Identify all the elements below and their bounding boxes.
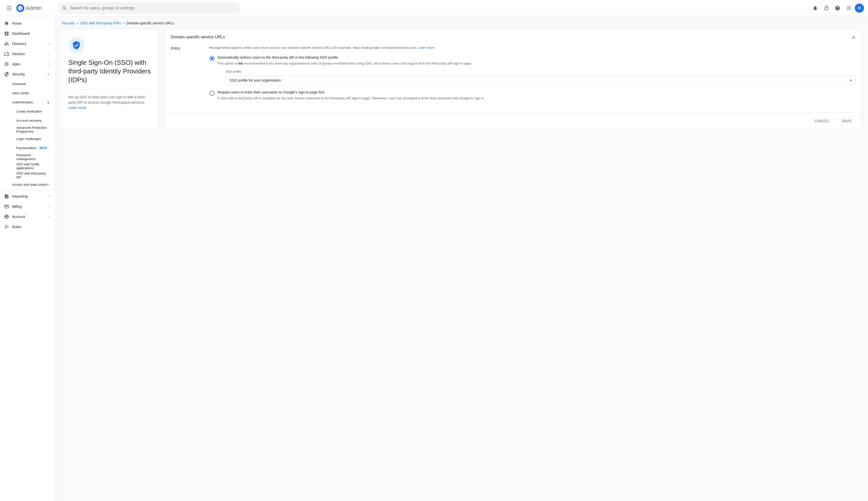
- main-layout: Home Dashboard Directory › Devices ›: [0, 16, 868, 501]
- info-card-learn-more[interactable]: Learn more: [68, 106, 87, 110]
- sidebar-item-advanced-protection[interactable]: Advanced Protection Programme: [0, 125, 54, 134]
- account-icon: [4, 214, 9, 219]
- info-card-title: Single Sign-On (SSO) with third-party Id…: [68, 58, 152, 84]
- hamburger-icon: [7, 6, 11, 10]
- sidebar-billing-label: Billing: [12, 204, 22, 209]
- home-icon: [4, 21, 9, 26]
- sidebar-item-security[interactable]: Security ∨: [0, 69, 54, 79]
- access-chevron-icon: ›: [48, 183, 50, 186]
- sidebar-password-management-label: Password management: [16, 153, 50, 161]
- reporting-icon: [4, 194, 9, 199]
- sidebar-item-sso-third-party[interactable]: SSO with third-party IdP: [0, 171, 54, 180]
- sidebar-item-directory[interactable]: Directory ›: [0, 39, 54, 49]
- topbar-right: M: [810, 3, 864, 13]
- sidebar-rules-label: Rules: [12, 225, 21, 229]
- timer-button[interactable]: [821, 3, 832, 13]
- apps-grid-button[interactable]: [844, 3, 854, 13]
- sidebar-item-authentication[interactable]: Authentication ∨: [0, 98, 54, 107]
- section-header[interactable]: Domain-specific service URLs ∧: [165, 29, 862, 45]
- sso-profile-value: SSO profile for your organisation: [229, 78, 281, 82]
- account-chevron-icon: ›: [48, 215, 50, 218]
- help-button[interactable]: [833, 3, 843, 13]
- security-chevron-icon: ∨: [47, 72, 50, 76]
- page-body: Single Sign-On (SSO) with third-party Id…: [56, 29, 868, 136]
- sidebar-item-billing[interactable]: Billing ›: [0, 202, 54, 212]
- logo-area: Admin: [16, 4, 42, 12]
- policy-desc-text: Manage what happens when users try to ac…: [209, 46, 417, 50]
- sidebar-item-devices[interactable]: Devices ›: [0, 49, 54, 59]
- content-area: Security › SSO with third-party IDPs › D…: [56, 16, 868, 501]
- sidebar-item-overview[interactable]: Overview: [0, 79, 54, 88]
- policy-label: Policy: [171, 45, 201, 106]
- radio-auto-redirect[interactable]: Automatically redirect users to the thir…: [209, 55, 856, 85]
- sidebar-item-dashboard[interactable]: Dashboard: [0, 29, 54, 39]
- app-name: Admin: [26, 5, 42, 11]
- sidebar-item-home[interactable]: Home: [0, 18, 54, 29]
- breadcrumb-sso[interactable]: SSO with third-party IDPs: [80, 21, 121, 25]
- dashboard-icon: [4, 31, 9, 36]
- sidebar-item-account[interactable]: Account ›: [0, 212, 54, 222]
- sidebar-item-password-management[interactable]: Password management: [0, 152, 54, 162]
- radio-require-username-title: Require users to enter their username on…: [218, 90, 856, 94]
- google-logo: [16, 4, 24, 12]
- help-icon: [835, 6, 840, 11]
- search-bar[interactable]: [58, 2, 241, 14]
- notifications-button[interactable]: [810, 3, 820, 13]
- sidebar-reporting-label: Reporting: [12, 194, 28, 199]
- info-card-description: Set up SSO so that users can sign in wit…: [68, 95, 152, 110]
- sso-card-icon: [68, 37, 85, 53]
- policy-learn-more[interactable]: Learn more: [418, 46, 435, 50]
- sidebar-item-reporting[interactable]: Reporting ›: [0, 191, 54, 202]
- topbar-left: Admin: [4, 3, 55, 13]
- sidebar-item-login-challenges[interactable]: Login challenges: [0, 134, 54, 143]
- beta-badge: BETA: [38, 146, 48, 150]
- sidebar-item-2step[interactable]: 2-step verification: [0, 107, 54, 116]
- bell-icon: [812, 6, 818, 11]
- timer-icon: [824, 6, 829, 11]
- radio-auto-redirect-btn[interactable]: [209, 56, 215, 61]
- sidebar-item-apps[interactable]: Apps ›: [0, 59, 54, 69]
- radio-auto-redirect-title: Automatically redirect users to the thir…: [218, 55, 856, 60]
- grid-icon: [846, 6, 851, 11]
- search-input[interactable]: [70, 6, 236, 10]
- sidebar-passwordless-label: Passwordless: [16, 146, 36, 150]
- sidebar-item-rules[interactable]: Rules: [0, 222, 54, 232]
- sidebar-item-access-data[interactable]: Access and data control ›: [0, 180, 54, 189]
- security-icon: [4, 72, 9, 77]
- cancel-button[interactable]: CANCEL: [810, 116, 834, 126]
- sidebar-sso-saml-label: SSO with SAML applications: [16, 162, 50, 170]
- sidebar-security-label: Security: [12, 72, 25, 76]
- user-avatar[interactable]: M: [855, 3, 864, 13]
- sidebar-directory-label: Directory: [12, 42, 26, 46]
- auth-chevron-icon: ∨: [47, 100, 50, 104]
- section-chevron-icon: ∧: [852, 34, 856, 40]
- topbar: Admin M: [0, 0, 868, 16]
- sidebar-account-recovery-label: Account recovery: [16, 119, 42, 122]
- person-icon: [4, 41, 9, 46]
- sidebar-item-passwordless[interactable]: Passwordless BETA: [0, 143, 54, 152]
- radio-require-username-text: Require users to enter their username on…: [218, 90, 856, 101]
- sidebar-item-account-recovery[interactable]: Account recovery: [0, 116, 54, 125]
- section-title: Domain-specific service URLs: [171, 35, 225, 39]
- radio-require-username-btn[interactable]: [209, 91, 215, 96]
- breadcrumb-security[interactable]: Security: [62, 21, 75, 25]
- search-icon: [62, 6, 67, 11]
- sidebar-sso-third-party-label: SSO with third-party IdP: [16, 171, 50, 179]
- info-card-divider: [68, 89, 152, 89]
- sidebar-item-alert-centre[interactable]: Alert centre: [0, 88, 54, 98]
- policy-description: Manage what happens when users try to ac…: [209, 45, 856, 50]
- sidebar-item-sso-saml[interactable]: SSO with SAML applications: [0, 162, 54, 171]
- sidebar: Home Dashboard Directory › Devices ›: [0, 16, 56, 501]
- save-button[interactable]: SAVE: [838, 116, 856, 126]
- menu-button[interactable]: [4, 3, 14, 13]
- sso-profile-select[interactable]: SSO profile for your organisation ▾: [226, 75, 856, 85]
- info-card: Single Sign-On (SSO) with third-party Id…: [62, 29, 158, 130]
- sidebar-account-label: Account: [12, 215, 25, 219]
- policy-body: Manage what happens when users try to ac…: [209, 45, 856, 106]
- settings-panel: Domain-specific service URLs ∧ Policy Ma…: [164, 29, 862, 130]
- sidebar-home-label: Home: [12, 21, 22, 25]
- sso-profile-section: SSO profile SSO profile for your organis…: [226, 70, 856, 85]
- policy-content: Policy Manage what happens when users tr…: [165, 45, 862, 112]
- radio-require-username[interactable]: Require users to enter their username on…: [209, 90, 856, 101]
- radio-auto-redirect-text: Automatically redirect users to the thir…: [218, 55, 856, 85]
